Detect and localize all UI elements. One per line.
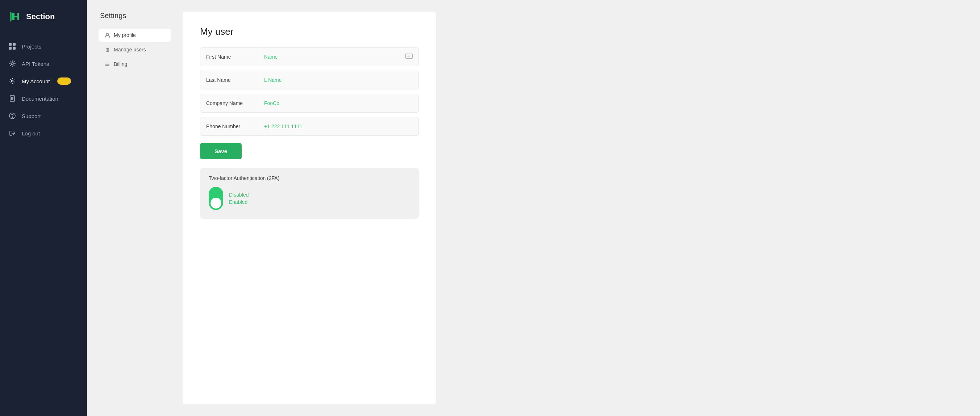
toggle-knob xyxy=(210,198,221,208)
svg-line-10 xyxy=(10,62,11,63)
company-name-row: Company Name xyxy=(200,94,419,113)
settings-layout: Settings My profile xyxy=(87,0,980,416)
last-name-input[interactable] xyxy=(258,72,418,88)
twofa-section: Two-factor Authentication (2FA) Disabled… xyxy=(200,168,419,219)
svg-point-5 xyxy=(11,63,13,65)
settings-sidebar: Settings My profile xyxy=(99,11,171,405)
documentation-label: Documentation xyxy=(22,95,58,102)
sidebar-item-support[interactable]: Support xyxy=(0,107,87,125)
last-name-label: Last Name xyxy=(200,72,258,88)
gear-icon xyxy=(9,78,16,85)
svg-rect-1 xyxy=(9,43,11,46)
svg-point-14 xyxy=(11,80,13,82)
logout-label: Log out xyxy=(22,130,40,137)
twofa-title: Two-factor Authentication (2FA) xyxy=(209,175,410,181)
sidebar-item-documentation[interactable]: Documentation xyxy=(0,90,87,107)
account-badge xyxy=(57,78,71,85)
phone-number-label: Phone Number xyxy=(200,118,258,134)
svg-rect-2 xyxy=(13,43,16,46)
panel-title: My user xyxy=(200,26,419,37)
twofa-toggle[interactable] xyxy=(209,187,223,210)
settings-title: Settings xyxy=(99,11,171,20)
phone-number-input[interactable] xyxy=(258,118,418,134)
settings-nav-my-profile[interactable]: My profile xyxy=(99,29,171,41)
twofa-enabled-label: Enabled xyxy=(229,199,248,205)
content-panel: My user First Name Last Name xyxy=(183,11,436,405)
svg-rect-4 xyxy=(13,47,16,49)
section-logo-icon xyxy=(9,10,22,23)
svg-line-12 xyxy=(14,62,15,63)
nav-menu: Projects API Tokens xyxy=(0,33,87,416)
first-name-input[interactable] xyxy=(258,49,399,65)
my-account-label: My Account xyxy=(22,78,50,84)
my-profile-label: My profile xyxy=(114,32,136,38)
doc-icon xyxy=(9,95,16,102)
svg-point-27 xyxy=(107,49,108,50)
first-name-row: First Name xyxy=(200,48,419,66)
sidebar-item-projects[interactable]: Projects xyxy=(0,38,87,55)
save-button[interactable]: Save xyxy=(200,143,242,159)
settings-nav-billing[interactable]: Billing xyxy=(99,57,171,71)
api-icon xyxy=(9,60,16,67)
svg-rect-3 xyxy=(9,47,11,49)
list-icon xyxy=(104,61,110,67)
logo-area[interactable]: Section xyxy=(0,0,87,33)
sidebar: Section Projects xyxy=(0,0,87,416)
last-name-row: Last Name xyxy=(200,71,419,89)
svg-line-11 xyxy=(14,65,15,66)
settings-nav-manage-users[interactable]: Manage users xyxy=(99,43,171,56)
sidebar-item-my-account[interactable]: My Account xyxy=(0,72,87,90)
svg-point-28 xyxy=(106,51,107,52)
support-label: Support xyxy=(22,113,41,119)
sliders-icon xyxy=(104,47,110,52)
company-name-input[interactable] xyxy=(258,95,418,111)
projects-label: Projects xyxy=(22,43,41,49)
first-name-label: First Name xyxy=(200,49,258,65)
svg-point-20 xyxy=(12,117,13,118)
person-icon xyxy=(104,32,110,38)
sidebar-item-api-tokens[interactable]: API Tokens xyxy=(0,55,87,72)
phone-number-row: Phone Number xyxy=(200,117,419,136)
manage-users-label: Manage users xyxy=(114,47,146,52)
grid-icon xyxy=(9,43,16,50)
logout-icon xyxy=(9,130,16,137)
app-name: Section xyxy=(26,12,55,21)
help-icon xyxy=(9,112,16,119)
twofa-toggle-row: Disabled Enabled xyxy=(209,187,410,210)
company-name-label: Company Name xyxy=(200,95,258,111)
billing-label: Billing xyxy=(114,61,127,67)
sidebar-item-logout[interactable]: Log out xyxy=(0,125,87,142)
api-tokens-label: API Tokens xyxy=(22,61,49,67)
twofa-disabled-label: Disabled xyxy=(229,192,248,198)
main-content: Settings My profile xyxy=(87,0,980,416)
first-name-action-icon[interactable] xyxy=(399,49,418,65)
svg-point-26 xyxy=(106,48,107,49)
svg-line-13 xyxy=(10,65,11,66)
twofa-labels: Disabled Enabled xyxy=(229,192,248,205)
